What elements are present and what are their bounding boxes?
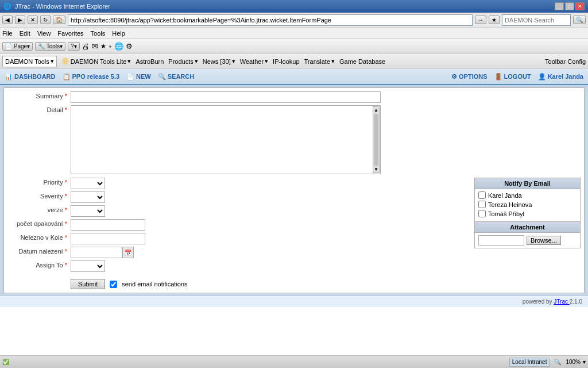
scroll-down-icon: ▼: [374, 167, 378, 172]
assign-to-row: Assign To *: [7, 260, 465, 272]
add-tab-icon[interactable]: +: [109, 43, 112, 50]
daemon-tools-lite[interactable]: 📀 DAEMON Tools Lite ▾: [61, 57, 131, 65]
severity-row: Severity * Critical High Medium Low: [7, 191, 465, 203]
right-panel: Notify By Email Karel Janda Tereza Heino…: [474, 178, 581, 248]
page-button[interactable]: 📄 Page▾: [2, 42, 33, 51]
attachment-section: Attachment Browse...: [475, 221, 580, 248]
detail-required: *: [65, 106, 67, 113]
address-bar: ◀ ▶ ✕ ↻ 🏠 → ★ 🔍: [0, 13, 588, 28]
notify-user-1-checkbox[interactable]: [478, 201, 486, 208]
submit-button[interactable]: Submit: [71, 279, 105, 289]
ip-lookup-label: IP-lookup: [273, 58, 299, 65]
jtrac-link[interactable]: JTrac: [554, 298, 569, 305]
detail-textarea[interactable]: [71, 105, 381, 174]
close-button[interactable]: ✕: [575, 2, 585, 10]
notify-user-2-label: Tomáš Přibyl: [488, 210, 524, 217]
email-notify-checkbox[interactable]: [110, 281, 117, 288]
favorites-bar: DAEMON Tools ▾ 📀 DAEMON Tools Lite ▾ Ast…: [0, 54, 588, 69]
restore-button[interactable]: □: [565, 2, 574, 10]
new-link[interactable]: 📄 NEW: [126, 73, 151, 80]
nelezno-row: Nelezno v Kole *: [7, 233, 465, 244]
address-input[interactable]: [68, 14, 473, 26]
translate-link[interactable]: Translate ▾: [304, 57, 335, 65]
assign-to-label: Assign To *: [7, 260, 71, 269]
help-toolbar-button[interactable]: ?▾: [68, 42, 80, 51]
notify-user-2-checkbox[interactable]: [478, 210, 486, 217]
stop-button[interactable]: ✕: [28, 16, 38, 24]
user-link[interactable]: 👤 Karel Janda: [538, 73, 583, 80]
menu-tools[interactable]: Tools: [91, 30, 106, 37]
daemon-tools-dropdown[interactable]: DAEMON Tools ▾: [2, 56, 57, 67]
summary-input[interactable]: [71, 91, 381, 103]
dashboard-icon: 📊: [5, 73, 13, 80]
logout-label: LOGOUT: [504, 73, 531, 80]
menu-view[interactable]: View: [37, 30, 51, 37]
menu-edit[interactable]: Edit: [20, 30, 30, 37]
minimize-button[interactable]: _: [555, 2, 564, 10]
products-link[interactable]: Products ▾: [168, 57, 198, 65]
forward-button[interactable]: ▶: [15, 16, 25, 24]
menu-help[interactable]: Help: [112, 30, 125, 37]
toolbar-config-label: Toolbar Config: [545, 58, 586, 65]
favorites-star-icon[interactable]: ★: [100, 43, 106, 50]
two-col-layout: Priority * Critical High Medium Low Seve…: [7, 178, 581, 274]
browse-button[interactable]: Browse...: [527, 236, 561, 245]
datum-row: Datum nalezení * 📅: [7, 247, 465, 258]
severity-select[interactable]: Critical High Medium Low: [71, 191, 105, 203]
calendar-button[interactable]: 📅: [122, 247, 134, 258]
translate-icon[interactable]: 🌐: [114, 42, 123, 51]
user-label: Karel Janda: [548, 73, 583, 80]
scrollbar[interactable]: ▲ ▼: [373, 106, 380, 173]
ppo-icon: 📋: [63, 73, 71, 80]
go-button[interactable]: →: [475, 16, 486, 24]
back-button[interactable]: ◀: [2, 16, 13, 24]
notify-user-0-checkbox[interactable]: [478, 191, 486, 199]
file-input[interactable]: [478, 235, 524, 246]
form-container: Summary * Detail * ▲ ▼: [3, 87, 585, 293]
ppo-release-link[interactable]: 📋 PPO release 5.3: [63, 73, 120, 80]
ip-lookup-link[interactable]: IP-lookup: [273, 58, 299, 65]
browser-icon: 🌐: [3, 3, 11, 10]
refresh-button[interactable]: ↻: [40, 16, 51, 24]
ppo-label: PPO release 5.3: [72, 73, 120, 80]
favorites-button[interactable]: ★: [489, 16, 500, 24]
mail-icon[interactable]: ✉: [92, 42, 98, 51]
settings-icon[interactable]: ⚙: [126, 42, 133, 51]
toolbar-config-link[interactable]: Toolbar Config: [545, 58, 586, 65]
astroburn-link[interactable]: AstroBurn: [136, 58, 164, 65]
weather-link[interactable]: Weather ▾: [240, 57, 268, 65]
toolbar-bar: 📄 Page▾ 🔧 Tools▾ ?▾ 🖨 ✉ ★ + 🌐 ⚙: [0, 39, 588, 54]
options-label: OPTIONS: [459, 73, 488, 80]
attachment-body: Browse...: [475, 233, 580, 248]
footer-version-number: 2.1.0: [570, 298, 582, 305]
title-bar: 🌐 JTrac - Windows Internet Explorer _ □ …: [0, 0, 588, 13]
menu-favorites[interactable]: Favorites: [57, 30, 83, 37]
notify-user-2-row: Tomáš Přibyl: [478, 210, 577, 217]
assign-to-select[interactable]: [71, 260, 105, 272]
app-nav-right: ⚙ OPTIONS 🚪 LOGOUT 👤 Karel Janda: [451, 73, 583, 80]
nelezno-input[interactable]: [71, 233, 145, 244]
pocet-row: počet opakování *: [7, 219, 465, 231]
notify-user-0-label: Karel Janda: [488, 192, 522, 199]
home-button[interactable]: 🏠: [53, 16, 65, 24]
detail-row: Detail * ▲ ▼: [7, 105, 581, 175]
search-input[interactable]: [502, 14, 571, 26]
logout-link[interactable]: 🚪 LOGOUT: [494, 73, 531, 80]
search-go-button[interactable]: 🔍: [573, 16, 586, 24]
daemon-dropdown-icon: ▾: [51, 57, 54, 65]
dashboard-link[interactable]: 📊 DASHBOARD: [5, 73, 56, 80]
datum-input[interactable]: [71, 247, 122, 258]
print-icon[interactable]: 🖨: [82, 42, 90, 51]
tools-button[interactable]: 🔧 Tools▾: [35, 42, 65, 51]
news-link[interactable]: News [30] ▾: [203, 57, 235, 65]
menu-file[interactable]: File: [2, 30, 13, 37]
game-database-link[interactable]: Game Database: [339, 58, 385, 65]
pocet-input[interactable]: [71, 219, 145, 231]
priority-select[interactable]: Critical High Medium Low: [71, 178, 105, 189]
verze-select[interactable]: [71, 205, 105, 217]
scroll-thumb: [374, 114, 378, 166]
translate-label: Translate: [304, 58, 330, 65]
new-icon: 📄: [126, 73, 134, 80]
search-link[interactable]: 🔍 SEARCH: [158, 73, 194, 80]
options-link[interactable]: ⚙ OPTIONS: [451, 73, 488, 80]
